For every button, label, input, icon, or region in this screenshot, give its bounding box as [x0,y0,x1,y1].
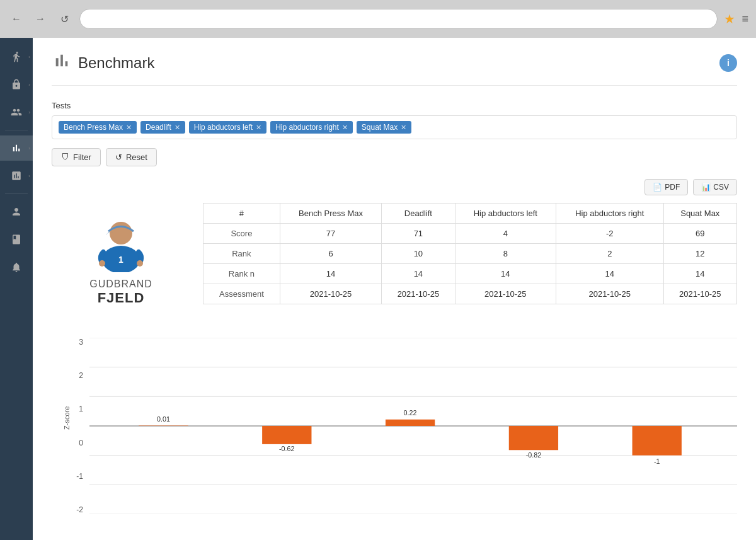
browser-menu-button[interactable]: ≡ [742,13,748,26]
svg-point-3 [99,260,105,267]
sidebar: › › › › › [0,38,33,540]
row-label-score: Score [203,224,280,244]
cell-rankn-bench: 14 [280,264,381,284]
svg-text:0.01: 0.01 [157,415,170,423]
reset-button[interactable]: ↺ Reset [106,148,157,166]
stats-icon [11,170,22,181]
tag-hip-abductors-left[interactable]: Hip abductors left ✕ [189,121,266,134]
chevron-icon: › [28,110,30,115]
csv-label: CSV [713,183,729,192]
tag-close-icon[interactable]: ✕ [342,124,348,132]
page-header: Benchmark i [52,50,737,86]
browser-chrome: ← → ↺ ★ ≡ [0,0,756,38]
cell-assess-squat: 2021-10-25 [663,284,736,304]
col-header-hash: # [203,204,280,224]
athlete-first-name: GUDBRAND [89,279,152,290]
table-row: Rank n 14 14 14 14 14 [203,264,737,284]
app-layout: › › › › › [0,38,756,540]
export-row: 📄 PDF 📊 CSV [52,179,737,195]
sidebar-item-running[interactable]: › [0,44,33,69]
info-button[interactable]: i [719,54,737,72]
svg-point-4 [137,260,143,267]
filter-icon: ⛉ [61,152,69,162]
filter-label: Filter [73,152,91,162]
tag-close-icon[interactable]: ✕ [175,124,180,132]
sidebar-divider [5,193,28,194]
chart-plot-area: Z-score 3 2 1 0 -1 -2 [89,338,737,514]
tag-close-icon[interactable]: ✕ [256,124,261,132]
reset-label: Reset [126,152,147,162]
svg-rect-18 [509,426,558,450]
cell-rank-bench: 6 [280,244,381,264]
action-buttons: ⛉ Filter ↺ Reset [52,148,737,166]
forward-button[interactable]: → [32,10,49,28]
tag-label: Hip abductors left [194,123,253,132]
tag-deadlift[interactable]: Deadlift ✕ [140,121,185,134]
tag-label: Deadlift [146,123,171,132]
svg-rect-14 [262,426,311,444]
bookmark-button[interactable]: ★ [724,11,735,26]
sidebar-item-person[interactable] [0,199,33,224]
table-row: Assessment 2021-10-25 2021-10-25 2021-10… [203,284,737,304]
cell-rank-squat: 12 [663,244,736,264]
person-icon [11,206,22,217]
col-header-bench-press: Bench Press Max [280,204,381,224]
benchmark-table: # Bench Press Max Deadlift Hip abductors… [203,203,737,304]
chart-container: Z-score 3 2 1 0 -1 -2 [52,331,737,520]
main-content: Benchmark i Tests Bench Press Max ✕ Dead… [33,38,756,540]
sidebar-item-lock[interactable]: › [0,72,33,97]
sidebar-divider [5,130,28,130]
svg-point-1 [110,222,132,244]
tag-close-icon[interactable]: ✕ [401,124,406,132]
y-label-0: 0 [64,439,83,447]
col-header-hip-left: Hip abductors left [455,204,556,224]
sidebar-item-book[interactable] [0,227,33,252]
address-bar[interactable] [79,9,718,29]
csv-button[interactable]: 📊 CSV [693,179,737,195]
athlete-avatar: 1 [89,209,152,272]
filter-button[interactable]: ⛉ Filter [52,148,101,166]
cell-score-squat: 69 [663,224,736,244]
tag-label: Squat Max [362,123,398,132]
table-row: Score 77 71 4 -2 69 [203,224,737,244]
running-icon [11,51,22,62]
svg-text:-0.82: -0.82 [526,451,542,459]
cell-assess-bench: 2021-10-25 [280,284,381,304]
y-label-neg2: -2 [64,505,83,514]
y-label-3: 3 [64,338,83,347]
sidebar-item-chart[interactable]: › [0,135,33,161]
cell-score-deadlift: 71 [382,224,455,244]
tag-hip-abductors-right[interactable]: Hip abductors right ✕ [270,121,353,134]
avatar-svg: 1 [89,209,152,272]
tag-squat-max[interactable]: Squat Max ✕ [357,121,411,134]
cell-score-hip-left: 4 [455,224,556,244]
back-button[interactable]: ← [8,10,25,28]
cell-rank-hip-right: 2 [556,244,664,264]
sidebar-item-alert[interactable] [0,255,33,280]
svg-rect-20 [633,426,682,456]
sidebar-item-stats[interactable]: › [0,163,33,188]
col-header-hip-right: Hip abductors right [556,204,664,224]
y-label-neg1: -1 [64,472,83,481]
group-icon [11,106,22,118]
tests-section: Tests Bench Press Max ✕ Deadlift ✕ Hip a… [52,101,737,139]
tag-close-icon[interactable]: ✕ [126,124,132,132]
csv-icon: 📊 [701,183,711,192]
page-title: Benchmark [78,54,154,72]
sidebar-item-group[interactable]: › [0,100,33,125]
cell-assess-deadlift: 2021-10-25 [382,284,455,304]
chart-svg: 0.01 -0.62 0.22 -0.82 -1 [89,338,737,514]
chart-icon [11,142,22,154]
refresh-button[interactable]: ↺ [55,10,73,28]
athlete-card: 1 GUDBRAND FJELD [52,203,190,313]
cell-rankn-deadlift: 14 [382,264,455,284]
alert-icon [11,261,22,273]
benchmark-icon [52,50,72,75]
tests-label: Tests [52,101,737,110]
tag-bench-press-max[interactable]: Bench Press Max ✕ [59,121,137,134]
table-row: Rank 6 10 8 2 12 [203,244,737,264]
pdf-button[interactable]: 📄 PDF [644,179,688,195]
svg-text:-0.62: -0.62 [279,445,295,452]
tag-label: Hip abductors right [275,123,339,132]
y-axis-numbers: 3 2 1 0 -1 -2 [64,338,83,514]
